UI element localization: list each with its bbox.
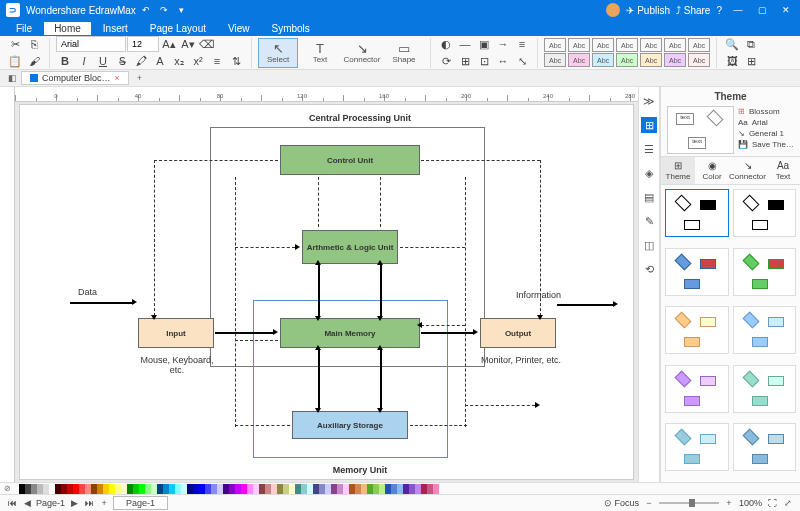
- maximize-icon[interactable]: ▢: [754, 2, 770, 18]
- size-select[interactable]: [127, 36, 159, 52]
- theme-item[interactable]: [665, 365, 729, 413]
- arrow-input-memory[interactable]: [215, 332, 273, 334]
- help-icon[interactable]: ?: [716, 5, 722, 16]
- ctrl-dash-left-h[interactable]: [154, 160, 278, 161]
- layers-panel-icon[interactable]: ◈: [641, 165, 657, 181]
- ctrl-dash-left-v[interactable]: [154, 160, 155, 316]
- menu-page-layout[interactable]: Page Layout: [140, 22, 216, 35]
- publish-button[interactable]: ✈ Publish: [626, 5, 670, 16]
- page-tab[interactable]: Page-1: [113, 496, 168, 510]
- aux-storage-shape[interactable]: Auxiliary Storage: [292, 411, 408, 439]
- theme-item[interactable]: [733, 365, 797, 413]
- layers-icon[interactable]: ⧉: [742, 36, 760, 52]
- menu-symbols[interactable]: Symbols: [262, 22, 320, 35]
- collapse-panel-icon[interactable]: ≫: [641, 93, 657, 109]
- shape-style-13[interactable]: Abc: [664, 53, 686, 67]
- shape-style-10[interactable]: Abc: [592, 53, 614, 67]
- fill-icon[interactable]: ◐: [437, 36, 455, 52]
- shape-tool[interactable]: ▭Shape: [384, 38, 424, 68]
- dash-inner-left[interactable]: [235, 177, 236, 427]
- line-weight-icon[interactable]: ≡: [513, 36, 531, 52]
- dash-out-right[interactable]: [465, 405, 535, 406]
- dash-bottom-right[interactable]: [410, 425, 467, 426]
- clear-format-icon[interactable]: ⌫: [198, 36, 216, 52]
- subscript-icon[interactable]: x₂: [170, 53, 188, 69]
- rp-tab-theme[interactable]: ⊞Theme: [661, 157, 695, 184]
- theme-item[interactable]: [665, 248, 729, 296]
- arrow-output-info[interactable]: [557, 304, 613, 306]
- menu-file[interactable]: File: [6, 22, 42, 35]
- paste-icon[interactable]: 📋: [6, 53, 24, 69]
- shape-style-4[interactable]: Abc: [616, 38, 638, 52]
- font-select[interactable]: [56, 36, 126, 52]
- superscript-icon[interactable]: x²: [189, 53, 207, 69]
- ctrl-dash-right-v[interactable]: [540, 160, 541, 316]
- shape-style-14[interactable]: Abc: [688, 53, 710, 67]
- shape-style-8[interactable]: Abc: [544, 53, 566, 67]
- shrink-font-icon[interactable]: A▾: [179, 36, 197, 52]
- share-button[interactable]: ⤴ Share: [676, 5, 710, 16]
- next-page-icon[interactable]: ▶: [68, 497, 80, 509]
- underline-icon[interactable]: U: [94, 53, 112, 69]
- avatar[interactable]: [606, 3, 620, 17]
- dash-to-alu-left[interactable]: [235, 247, 295, 248]
- format-painter-icon[interactable]: 🖌: [25, 53, 43, 69]
- symbols-panel-toggle[interactable]: ◧: [4, 73, 21, 83]
- opt-general[interactable]: ↘General 1: [738, 128, 794, 139]
- alu-shape[interactable]: Arthmetic & Logic Unit: [302, 230, 398, 264]
- arrow-mem-aux-1[interactable]: [318, 349, 320, 409]
- theme-item[interactable]: [733, 423, 797, 471]
- find-icon[interactable]: 🔍: [723, 36, 741, 52]
- theme-item[interactable]: [665, 423, 729, 471]
- dash-bottom-left[interactable]: [235, 425, 290, 426]
- shape-style-9[interactable]: Abc: [568, 53, 590, 67]
- copy-icon[interactable]: ⎘: [25, 36, 43, 52]
- theme-item[interactable]: [733, 306, 797, 354]
- theme-item[interactable]: [665, 306, 729, 354]
- italic-icon[interactable]: I: [75, 53, 93, 69]
- shape-style-5[interactable]: Abc: [640, 38, 662, 52]
- arrow-data-input[interactable]: [70, 302, 132, 304]
- focus-mode[interactable]: ⊙ Focus: [604, 498, 639, 508]
- comments-icon[interactable]: ✎: [641, 213, 657, 229]
- shape-style-3[interactable]: Abc: [592, 38, 614, 52]
- fullscreen-icon[interactable]: ⤢: [782, 497, 794, 509]
- arrow-alu-mem-1[interactable]: [318, 265, 320, 317]
- shape-style-11[interactable]: Abc: [616, 53, 638, 67]
- shapes-icon[interactable]: ◫: [641, 237, 657, 253]
- grow-font-icon[interactable]: A▴: [160, 36, 178, 52]
- canvas[interactable]: Central Processing Unit Memory Unit Cont…: [19, 104, 634, 480]
- add-tab-button[interactable]: +: [133, 73, 146, 83]
- control-unit-shape[interactable]: Control Unit: [280, 145, 420, 175]
- select-tool[interactable]: ↖Select: [258, 38, 298, 68]
- opt-blossom[interactable]: ⊞Blossom: [738, 106, 794, 117]
- theme-item[interactable]: [733, 248, 797, 296]
- shape-style-1[interactable]: Abc: [544, 38, 566, 52]
- bold-icon[interactable]: B: [56, 53, 74, 69]
- zoom-slider[interactable]: [659, 502, 719, 504]
- rp-tab-text[interactable]: AaText: [766, 157, 800, 184]
- dash-mem-right[interactable]: [421, 325, 465, 326]
- rp-tab-color[interactable]: ◉Color: [695, 157, 729, 184]
- cut-icon[interactable]: ✂: [6, 36, 24, 52]
- arrow-style-icon[interactable]: →: [494, 36, 512, 52]
- no-fill-icon[interactable]: ⊘: [0, 484, 15, 493]
- rotate-icon[interactable]: ⟳: [437, 53, 455, 69]
- dash-inner-right[interactable]: [465, 177, 466, 427]
- main-memory-shape[interactable]: Main Memory: [280, 318, 420, 348]
- redo-icon[interactable]: ↷: [156, 2, 172, 18]
- shadow-icon[interactable]: ▣: [475, 36, 493, 52]
- arrow-mem-aux-2[interactable]: [380, 349, 382, 409]
- zoom-in-icon[interactable]: +: [723, 497, 735, 509]
- menu-insert[interactable]: Insert: [93, 22, 138, 35]
- save-icon[interactable]: ▾: [174, 2, 190, 18]
- properties-icon[interactable]: ☰: [641, 141, 657, 157]
- first-page-icon[interactable]: ⏮: [6, 497, 18, 509]
- align-icon[interactable]: ⊞: [456, 53, 474, 69]
- theme-panel-icon[interactable]: ⊞: [641, 117, 657, 133]
- theme-item[interactable]: [665, 189, 729, 237]
- fit-page-icon[interactable]: ⛶: [766, 497, 778, 509]
- rp-tab-connector[interactable]: ↘Connector: [729, 157, 766, 184]
- line-icon[interactable]: —: [456, 36, 474, 52]
- doc-tab[interactable]: Computer Bloc… ×: [21, 71, 129, 85]
